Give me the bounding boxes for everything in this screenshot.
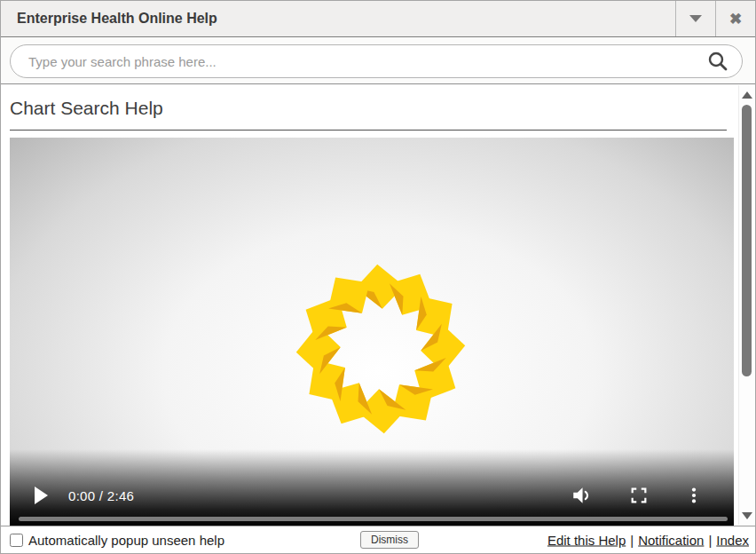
search-icon[interactable] bbox=[706, 50, 729, 73]
video-logo-petals bbox=[295, 263, 466, 434]
title-bar: Enterprise Health Online Help ✖ bbox=[1, 1, 755, 37]
popup-checkbox[interactable] bbox=[10, 534, 23, 547]
help-content: Chart Search Help 0:00 / 2:46 bbox=[1, 84, 755, 526]
help-dialog: Enterprise Health Online Help ✖ Chart Se… bbox=[0, 0, 756, 554]
kebab-menu-icon[interactable] bbox=[684, 486, 704, 505]
video-controls-right bbox=[571, 484, 704, 507]
index-link[interactable]: Index bbox=[716, 533, 749, 548]
edit-help-link[interactable]: Edit this Help bbox=[547, 533, 626, 548]
pinwheel-logo bbox=[293, 261, 469, 437]
scrollbar-thumb[interactable] bbox=[742, 105, 752, 376]
footer-bar: Automatically popup unseen help Dismiss … bbox=[1, 526, 755, 553]
dismiss-button[interactable]: Dismiss bbox=[360, 531, 419, 549]
scroll-up-arrow-icon[interactable] bbox=[742, 91, 752, 99]
search-section bbox=[1, 37, 755, 84]
video-controls-row: 0:00 / 2:46 bbox=[10, 479, 734, 512]
page-title: Chart Search Help bbox=[10, 97, 727, 131]
footer-links: Edit this Help|Notification|Index bbox=[547, 533, 749, 548]
close-button[interactable]: ✖ bbox=[715, 1, 755, 36]
play-icon[interactable] bbox=[35, 487, 48, 504]
scroll-down-arrow-icon[interactable] bbox=[742, 512, 752, 519]
chevron-down-icon bbox=[689, 15, 702, 22]
collapse-button[interactable] bbox=[675, 1, 715, 36]
window-title: Enterprise Health Online Help bbox=[1, 1, 675, 36]
close-icon: ✖ bbox=[729, 12, 742, 27]
video-player[interactable]: 0:00 / 2:46 bbox=[10, 138, 734, 527]
popup-checkbox-label: Automatically popup unseen help bbox=[28, 533, 224, 548]
scrollbar bbox=[738, 85, 754, 525]
fullscreen-icon[interactable] bbox=[629, 486, 649, 505]
volume-icon[interactable] bbox=[571, 484, 594, 507]
video-time: 0:00 / 2:46 bbox=[68, 488, 134, 503]
search-pill bbox=[10, 44, 743, 78]
notification-link[interactable]: Notification bbox=[638, 533, 704, 548]
search-input[interactable] bbox=[27, 53, 706, 70]
video-controls: 0:00 / 2:46 bbox=[10, 449, 734, 527]
video-progress-bar[interactable] bbox=[19, 517, 728, 521]
